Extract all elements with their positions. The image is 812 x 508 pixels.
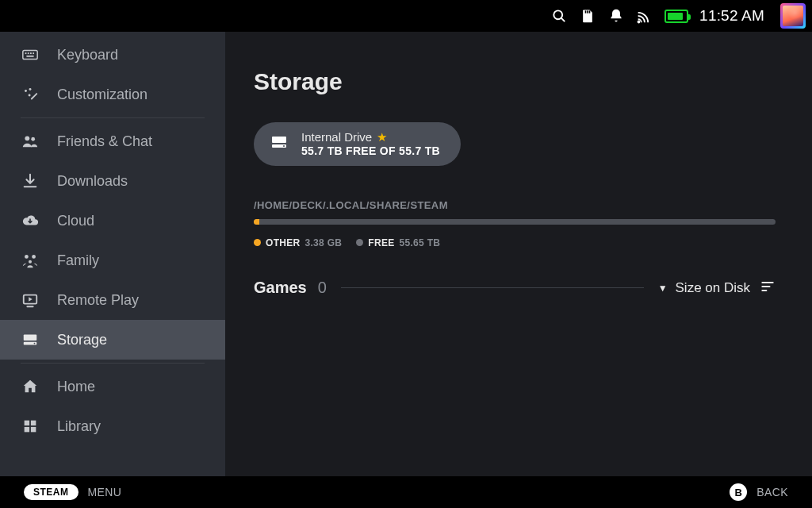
svg-point-14	[29, 94, 31, 96]
remote-play-icon	[21, 291, 40, 309]
bell-icon[interactable]	[607, 7, 625, 25]
drive-path: /HOME/DECK/.LOCAL/SHARE/STEAM	[254, 199, 776, 211]
steam-button[interactable]: STEAM	[24, 484, 79, 500]
body: Keyboard Customization Friends & Chat Do…	[0, 32, 812, 476]
sidebar-item-remote-play[interactable]: Remote Play	[0, 280, 225, 320]
drive-text: Internal Drive ★ 55.7 TB FREE OF 55.7 TB	[301, 130, 440, 158]
download-icon	[21, 172, 40, 190]
sidebar-item-label: Storage	[57, 332, 107, 348]
search-icon[interactable]	[550, 7, 568, 25]
avatar[interactable]	[780, 3, 806, 29]
sidebar-item-family[interactable]: Family	[0, 241, 225, 280]
usage-legend: OTHER 3.38 GB FREE 55.65 TB	[254, 237, 776, 248]
main-content: Storage Internal Drive ★ 55.7 TB FREE OF…	[225, 32, 812, 476]
svg-rect-9	[30, 52, 32, 54]
drive-selector[interactable]: Internal Drive ★ 55.7 TB FREE OF 55.7 TB	[254, 122, 461, 166]
footer: STEAM MENU B BACK	[0, 476, 812, 508]
svg-point-12	[25, 90, 27, 92]
sidebar-divider	[21, 363, 205, 364]
sidebar-item-friends-chat[interactable]: Friends & Chat	[0, 121, 225, 161]
svg-rect-10	[33, 52, 34, 54]
svg-point-5	[638, 21, 640, 23]
sort-label: Size on Disk	[676, 280, 750, 296]
svg-rect-26	[25, 427, 29, 432]
sidebar-item-downloads[interactable]: Downloads	[0, 161, 225, 201]
sidebar-item-storage[interactable]: Storage	[0, 320, 225, 360]
cast-icon[interactable]	[636, 7, 653, 25]
legend-other: OTHER 3.38 GB	[254, 237, 342, 248]
legend-dot-free	[356, 239, 363, 246]
keyboard-icon	[21, 46, 40, 64]
svg-line-1	[561, 18, 565, 21]
top-bar: 11:52 AM	[0, 0, 812, 32]
menu-label: MENU	[88, 486, 122, 498]
svg-rect-25	[31, 421, 36, 425]
friends-icon	[21, 133, 40, 150]
svg-rect-4	[589, 10, 591, 13]
games-count: 0	[318, 279, 327, 297]
sidebar-item-label: Remote Play	[57, 292, 139, 309]
legend-dot-other	[254, 239, 261, 246]
sidebar-divider	[21, 117, 205, 118]
sidebar: Keyboard Customization Friends & Chat Do…	[0, 32, 225, 476]
sort-dropdown[interactable]: ▼ Size on Disk	[658, 280, 750, 296]
storage-icon	[21, 331, 40, 348]
sidebar-item-label: Family	[57, 252, 99, 269]
sidebar-item-library[interactable]: Library	[0, 406, 225, 446]
sidebar-item-cloud[interactable]: Cloud	[0, 201, 225, 241]
svg-rect-27	[31, 427, 36, 432]
legend-other-value: 3.38 GB	[305, 237, 343, 248]
legend-free-value: 55.65 TB	[400, 237, 441, 248]
sidebar-item-home[interactable]: Home	[0, 367, 225, 406]
games-divider	[341, 287, 644, 288]
customization-icon	[21, 86, 40, 103]
star-icon: ★	[377, 130, 387, 144]
svg-rect-7	[25, 52, 27, 54]
footer-left[interactable]: STEAM MENU	[24, 484, 121, 500]
sidebar-item-label: Customization	[57, 87, 147, 103]
legend-other-label: OTHER	[266, 237, 301, 248]
games-row: Games 0 ▼ Size on Disk	[254, 279, 776, 298]
svg-rect-8	[28, 52, 29, 54]
back-label: BACK	[756, 486, 788, 498]
sidebar-item-label: Friends & Chat	[57, 133, 152, 150]
usage-other-segment	[254, 219, 259, 225]
drive-name: Internal Drive	[301, 130, 372, 144]
legend-free: FREE 55.65 TB	[356, 237, 440, 248]
svg-point-18	[32, 255, 36, 259]
sort-icon[interactable]	[760, 279, 776, 298]
svg-rect-6	[23, 51, 37, 60]
family-icon	[21, 252, 40, 269]
svg-rect-11	[26, 56, 33, 57]
usage-bar	[254, 219, 776, 225]
footer-right[interactable]: B BACK	[730, 483, 788, 501]
battery-indicator	[665, 10, 688, 23]
sidebar-item-label: Keyboard	[57, 47, 118, 64]
clock: 11:52 AM	[699, 7, 764, 25]
sidebar-item-keyboard[interactable]: Keyboard	[0, 35, 225, 75]
drive-icon	[270, 133, 289, 155]
sidebar-item-customization[interactable]: Customization	[0, 75, 225, 114]
home-icon	[21, 378, 40, 395]
drive-summary: 55.7 TB FREE OF 55.7 TB	[301, 144, 440, 158]
svg-rect-24	[25, 421, 29, 425]
legend-free-label: FREE	[368, 237, 394, 248]
svg-rect-28	[272, 137, 286, 143]
page-title: Storage	[254, 68, 776, 95]
sd-card-icon[interactable]	[579, 7, 596, 25]
svg-point-16	[31, 137, 35, 141]
sidebar-item-label: Downloads	[57, 173, 128, 190]
cloud-icon	[21, 212, 40, 229]
svg-point-23	[34, 343, 36, 344]
svg-rect-21	[24, 335, 37, 341]
svg-rect-2	[585, 10, 587, 13]
sidebar-item-label: Cloud	[57, 213, 94, 229]
svg-point-15	[25, 136, 29, 140]
sidebar-item-label: Home	[57, 379, 95, 395]
b-button[interactable]: B	[730, 483, 747, 501]
svg-point-19	[29, 260, 32, 264]
games-label: Games	[254, 279, 307, 297]
library-icon	[21, 418, 40, 435]
svg-point-17	[25, 255, 29, 259]
sidebar-item-label: Library	[57, 418, 101, 435]
